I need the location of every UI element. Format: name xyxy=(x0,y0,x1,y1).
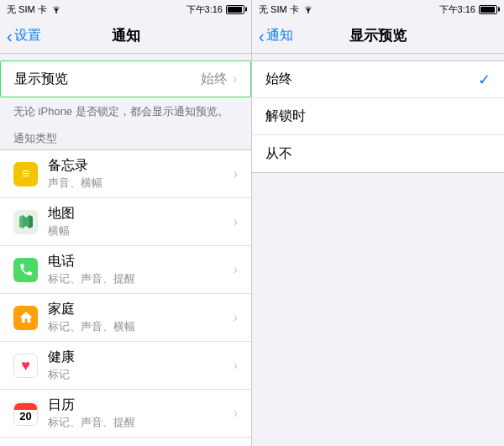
phone-icon xyxy=(13,258,38,282)
preview-label: 显示预览 xyxy=(14,71,201,88)
phone-chevron-icon: › xyxy=(234,262,238,277)
right-status-left: 无 SIM 卡 xyxy=(259,3,314,16)
app-list: ≡ 备忘录 声音、横幅 › xyxy=(0,150,251,446)
right-back-button[interactable]: ‹ 通知 xyxy=(259,27,293,45)
calendar-chevron-icon: › xyxy=(234,406,238,421)
left-nav-title: 通知 xyxy=(112,26,140,45)
list-item[interactable]: 提示 横幅 › xyxy=(0,438,251,446)
left-back-button[interactable]: ‹ 设置 xyxy=(7,27,41,45)
list-item[interactable]: 地图 横幅 › xyxy=(0,198,251,246)
preview-info-text: 无论 iPhone 是否锁定，都会显示通知预览。 xyxy=(0,97,251,126)
right-battery-icon xyxy=(479,5,497,14)
phone-subtitle: 标记、声音、提醒 xyxy=(48,271,234,286)
home-text: 家庭 标记、声音、横幅 xyxy=(48,301,234,334)
right-nav-title: 显示预览 xyxy=(349,26,407,45)
calendar-text: 日历 标记、声音、提醒 xyxy=(48,396,234,430)
left-panel: 无 SIM 卡 下午3:16 ‹ 设置 通知 xyxy=(0,0,252,446)
option-always-label: 始终 xyxy=(265,71,478,88)
option-always[interactable]: 始终 ✓ xyxy=(252,61,504,98)
phone-title: 电话 xyxy=(48,253,234,270)
memo-chevron-icon: › xyxy=(234,166,238,181)
list-item[interactable]: 20 日历 标记、声音、提醒 › xyxy=(0,390,251,438)
home-subtitle: 标记、声音、横幅 xyxy=(48,319,234,334)
list-item[interactable]: 电话 标记、声音、提醒 › xyxy=(0,246,251,294)
preview-chevron-icon: › xyxy=(233,71,237,87)
health-subtitle: 标记 xyxy=(48,367,234,382)
maps-chevron-icon: › xyxy=(234,214,238,229)
health-title: 健康 xyxy=(48,349,234,366)
option-never[interactable]: 从不 xyxy=(252,135,504,172)
right-wifi-icon xyxy=(302,4,314,15)
section-header: 通知类型 xyxy=(0,126,251,150)
memo-icon: ≡ xyxy=(13,162,38,186)
memo-text: 备忘录 声音、横幅 xyxy=(48,157,234,191)
right-nav-bar: ‹ 通知 显示预览 xyxy=(252,18,504,54)
option-never-label: 从不 xyxy=(265,145,491,163)
right-status-right: 下午3:16 xyxy=(439,3,497,16)
preview-value: 始终 xyxy=(201,71,228,88)
calendar-subtitle: 标记、声音、提醒 xyxy=(48,415,234,430)
options-list: 始终 ✓ 解锁时 从不 xyxy=(252,60,504,173)
left-battery-icon xyxy=(226,5,244,14)
left-status-bar: 无 SIM 卡 下午3:16 xyxy=(0,0,251,18)
maps-title: 地图 xyxy=(48,205,234,223)
left-status-right: 下午3:16 xyxy=(186,3,244,16)
left-back-label: 设置 xyxy=(14,27,41,45)
left-time: 下午3:16 xyxy=(186,3,223,16)
svg-point-5 xyxy=(307,11,309,13)
option-unlocked[interactable]: 解锁时 xyxy=(252,98,504,135)
left-content: 显示预览 始终 › 无论 iPhone 是否锁定，都会显示通知预览。 通知类型 … xyxy=(0,54,251,446)
calendar-icon: 20 xyxy=(13,401,38,426)
health-text: 健康 标记 xyxy=(48,349,234,382)
right-carrier: 无 SIM 卡 xyxy=(259,3,299,16)
right-back-label: 通知 xyxy=(266,27,293,45)
health-chevron-icon: › xyxy=(234,358,238,373)
svg-marker-3 xyxy=(19,215,23,228)
option-always-checkmark-icon: ✓ xyxy=(478,71,491,89)
home-icon xyxy=(13,306,38,330)
home-title: 家庭 xyxy=(48,301,234,318)
left-wifi-icon xyxy=(50,4,62,15)
phone-text: 电话 标记、声音、提醒 xyxy=(48,253,234,286)
right-status-bar: 无 SIM 卡 下午3:16 xyxy=(252,0,504,18)
preview-cell[interactable]: 显示预览 始终 › xyxy=(0,60,251,97)
health-icon: ♥ xyxy=(13,354,38,378)
maps-subtitle: 横幅 xyxy=(48,223,234,239)
home-chevron-icon: › xyxy=(234,310,238,325)
memo-title: 备忘录 xyxy=(48,157,234,175)
option-unlocked-label: 解锁时 xyxy=(265,108,491,125)
svg-marker-4 xyxy=(29,215,33,228)
left-back-chevron-icon: ‹ xyxy=(7,28,13,45)
right-panel: 无 SIM 卡 下午3:16 ‹ 通知 显示预览 xyxy=(252,0,504,446)
left-carrier: 无 SIM 卡 xyxy=(7,3,47,16)
list-item[interactable]: ≡ 备忘录 声音、横幅 › xyxy=(0,150,251,198)
left-nav-bar: ‹ 设置 通知 xyxy=(0,18,251,54)
list-item[interactable]: 家庭 标记、声音、横幅 › xyxy=(0,294,251,342)
list-item[interactable]: ♥ 健康 标记 › xyxy=(0,342,251,390)
svg-point-0 xyxy=(55,11,57,13)
right-time: 下午3:16 xyxy=(439,3,475,16)
maps-text: 地图 横幅 xyxy=(48,205,234,239)
maps-icon xyxy=(13,210,38,234)
left-status-left: 无 SIM 卡 xyxy=(7,3,62,16)
calendar-title: 日历 xyxy=(48,396,234,414)
right-back-chevron-icon: ‹ xyxy=(259,28,265,45)
memo-subtitle: 声音、横幅 xyxy=(48,176,234,191)
